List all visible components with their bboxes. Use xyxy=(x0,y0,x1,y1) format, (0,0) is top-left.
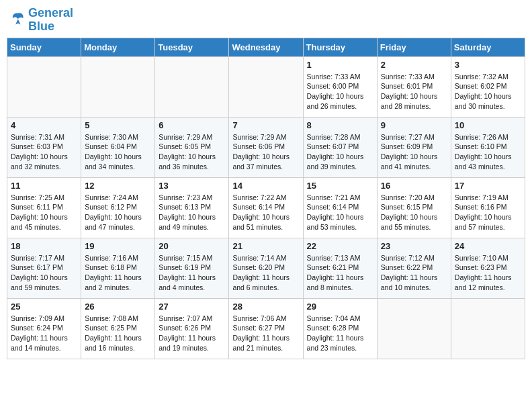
calendar-cell: 5Sunrise: 7:30 AM Sunset: 6:04 PM Daylig… xyxy=(81,117,155,177)
calendar-cell: 20Sunrise: 7:15 AM Sunset: 6:19 PM Dayli… xyxy=(155,238,229,298)
day-number: 4 xyxy=(11,120,77,130)
day-number: 11 xyxy=(11,181,77,191)
day-info: Sunrise: 7:10 AM Sunset: 6:23 PM Dayligh… xyxy=(455,253,521,293)
calendar-cell: 13Sunrise: 7:23 AM Sunset: 6:13 PM Dayli… xyxy=(155,177,229,238)
day-info: Sunrise: 7:25 AM Sunset: 6:11 PM Dayligh… xyxy=(11,193,77,232)
calendar-table: SundayMondayTuesdayWednesdayThursdayFrid… xyxy=(7,38,525,359)
calendar-cell: 1Sunrise: 7:33 AM Sunset: 6:00 PM Daylig… xyxy=(303,56,377,117)
weekday-header-thursday: Thursday xyxy=(303,38,377,56)
day-info: Sunrise: 7:21 AM Sunset: 6:14 PM Dayligh… xyxy=(307,193,373,232)
calendar-cell: 16Sunrise: 7:20 AM Sunset: 6:15 PM Dayli… xyxy=(377,177,451,238)
day-number: 7 xyxy=(232,120,299,130)
calendar-cell: 14Sunrise: 7:22 AM Sunset: 6:14 PM Dayli… xyxy=(229,177,303,238)
calendar-cell: 19Sunrise: 7:16 AM Sunset: 6:18 PM Dayli… xyxy=(81,238,155,298)
day-number: 17 xyxy=(455,181,521,191)
week-row-5: 25Sunrise: 7:09 AM Sunset: 6:24 PM Dayli… xyxy=(7,298,525,359)
weekday-header-wednesday: Wednesday xyxy=(229,38,303,56)
calendar-cell: 24Sunrise: 7:10 AM Sunset: 6:23 PM Dayli… xyxy=(451,238,525,298)
day-info: Sunrise: 7:13 AM Sunset: 6:21 PM Dayligh… xyxy=(307,253,373,293)
day-number: 19 xyxy=(85,241,151,251)
day-info: Sunrise: 7:16 AM Sunset: 6:18 PM Dayligh… xyxy=(85,253,151,293)
logo-text: General Blue xyxy=(28,7,73,34)
day-number: 20 xyxy=(159,241,225,251)
day-number: 2 xyxy=(381,60,447,70)
day-number: 15 xyxy=(307,181,373,191)
calendar-cell: 6Sunrise: 7:29 AM Sunset: 6:05 PM Daylig… xyxy=(155,117,229,177)
day-info: Sunrise: 7:06 AM Sunset: 6:27 PM Dayligh… xyxy=(232,314,299,353)
day-number: 21 xyxy=(232,241,299,251)
calendar-cell: 15Sunrise: 7:21 AM Sunset: 6:14 PM Dayli… xyxy=(303,177,377,238)
day-number: 13 xyxy=(159,181,225,191)
weekday-header-tuesday: Tuesday xyxy=(155,38,229,56)
calendar-cell: 26Sunrise: 7:08 AM Sunset: 6:25 PM Dayli… xyxy=(81,298,155,359)
weekday-header-monday: Monday xyxy=(81,38,155,56)
logo: General Blue xyxy=(7,7,73,34)
calendar-cell: 22Sunrise: 7:13 AM Sunset: 6:21 PM Dayli… xyxy=(303,238,377,298)
day-info: Sunrise: 7:15 AM Sunset: 6:19 PM Dayligh… xyxy=(159,253,225,293)
day-info: Sunrise: 7:08 AM Sunset: 6:25 PM Dayligh… xyxy=(85,314,151,353)
header: General Blue xyxy=(7,7,525,34)
day-number: 9 xyxy=(381,120,447,130)
calendar-cell: 18Sunrise: 7:17 AM Sunset: 6:17 PM Dayli… xyxy=(7,238,81,298)
day-info: Sunrise: 7:17 AM Sunset: 6:17 PM Dayligh… xyxy=(11,253,77,293)
day-number: 3 xyxy=(455,60,521,70)
calendar-cell: 28Sunrise: 7:06 AM Sunset: 6:27 PM Dayli… xyxy=(229,298,303,359)
calendar-cell: 25Sunrise: 7:09 AM Sunset: 6:24 PM Dayli… xyxy=(7,298,81,359)
day-number: 23 xyxy=(381,241,447,251)
day-info: Sunrise: 7:14 AM Sunset: 6:20 PM Dayligh… xyxy=(232,253,299,293)
day-number: 24 xyxy=(455,241,521,251)
day-info: Sunrise: 7:27 AM Sunset: 6:09 PM Dayligh… xyxy=(381,132,447,172)
day-info: Sunrise: 7:33 AM Sunset: 6:00 PM Dayligh… xyxy=(307,72,373,111)
day-number: 6 xyxy=(159,120,225,130)
weekday-header-friday: Friday xyxy=(377,38,451,56)
day-info: Sunrise: 7:30 AM Sunset: 6:04 PM Dayligh… xyxy=(85,132,151,172)
calendar-cell xyxy=(7,56,81,117)
calendar-cell: 2Sunrise: 7:33 AM Sunset: 6:01 PM Daylig… xyxy=(377,56,451,117)
calendar-cell: 17Sunrise: 7:19 AM Sunset: 6:16 PM Dayli… xyxy=(451,177,525,238)
weekday-header-row: SundayMondayTuesdayWednesdayThursdayFrid… xyxy=(7,38,525,56)
day-number: 27 xyxy=(159,302,225,312)
calendar-cell xyxy=(81,56,155,117)
day-info: Sunrise: 7:29 AM Sunset: 6:06 PM Dayligh… xyxy=(232,132,299,172)
day-number: 18 xyxy=(11,241,77,251)
day-info: Sunrise: 7:32 AM Sunset: 6:02 PM Dayligh… xyxy=(455,72,521,111)
weekday-header-saturday: Saturday xyxy=(451,38,525,56)
weekday-header-sunday: Sunday xyxy=(7,38,81,56)
day-info: Sunrise: 7:22 AM Sunset: 6:14 PM Dayligh… xyxy=(232,193,299,232)
logo-icon xyxy=(7,11,26,30)
day-info: Sunrise: 7:19 AM Sunset: 6:16 PM Dayligh… xyxy=(455,193,521,232)
day-number: 1 xyxy=(307,60,373,70)
day-number: 22 xyxy=(307,241,373,251)
calendar-cell: 7Sunrise: 7:29 AM Sunset: 6:06 PM Daylig… xyxy=(229,117,303,177)
day-info: Sunrise: 7:26 AM Sunset: 6:10 PM Dayligh… xyxy=(455,132,521,172)
calendar-cell: 27Sunrise: 7:07 AM Sunset: 6:26 PM Dayli… xyxy=(155,298,229,359)
week-row-3: 11Sunrise: 7:25 AM Sunset: 6:11 PM Dayli… xyxy=(7,177,525,238)
day-info: Sunrise: 7:31 AM Sunset: 6:03 PM Dayligh… xyxy=(11,132,77,172)
day-info: Sunrise: 7:33 AM Sunset: 6:01 PM Dayligh… xyxy=(381,72,447,111)
day-info: Sunrise: 7:23 AM Sunset: 6:13 PM Dayligh… xyxy=(159,193,225,232)
day-number: 28 xyxy=(232,302,299,312)
day-info: Sunrise: 7:28 AM Sunset: 6:07 PM Dayligh… xyxy=(307,132,373,172)
calendar-cell xyxy=(451,298,525,359)
calendar-cell: 4Sunrise: 7:31 AM Sunset: 6:03 PM Daylig… xyxy=(7,117,81,177)
calendar-cell xyxy=(377,298,451,359)
day-info: Sunrise: 7:07 AM Sunset: 6:26 PM Dayligh… xyxy=(159,314,225,353)
calendar-cell: 12Sunrise: 7:24 AM Sunset: 6:12 PM Dayli… xyxy=(81,177,155,238)
day-info: Sunrise: 7:24 AM Sunset: 6:12 PM Dayligh… xyxy=(85,193,151,232)
calendar-cell: 23Sunrise: 7:12 AM Sunset: 6:22 PM Dayli… xyxy=(377,238,451,298)
day-info: Sunrise: 7:20 AM Sunset: 6:15 PM Dayligh… xyxy=(381,193,447,232)
day-number: 16 xyxy=(381,181,447,191)
week-row-1: 1Sunrise: 7:33 AM Sunset: 6:00 PM Daylig… xyxy=(7,56,525,117)
day-number: 29 xyxy=(307,302,373,312)
day-number: 26 xyxy=(85,302,151,312)
calendar-cell: 29Sunrise: 7:04 AM Sunset: 6:28 PM Dayli… xyxy=(303,298,377,359)
calendar-cell: 10Sunrise: 7:26 AM Sunset: 6:10 PM Dayli… xyxy=(451,117,525,177)
calendar-cell: 11Sunrise: 7:25 AM Sunset: 6:11 PM Dayli… xyxy=(7,177,81,238)
day-info: Sunrise: 7:29 AM Sunset: 6:05 PM Dayligh… xyxy=(159,132,225,172)
day-number: 10 xyxy=(455,120,521,130)
day-number: 12 xyxy=(85,181,151,191)
day-number: 25 xyxy=(11,302,77,312)
day-info: Sunrise: 7:12 AM Sunset: 6:22 PM Dayligh… xyxy=(381,253,447,293)
calendar-cell xyxy=(229,56,303,117)
calendar-cell: 3Sunrise: 7:32 AM Sunset: 6:02 PM Daylig… xyxy=(451,56,525,117)
